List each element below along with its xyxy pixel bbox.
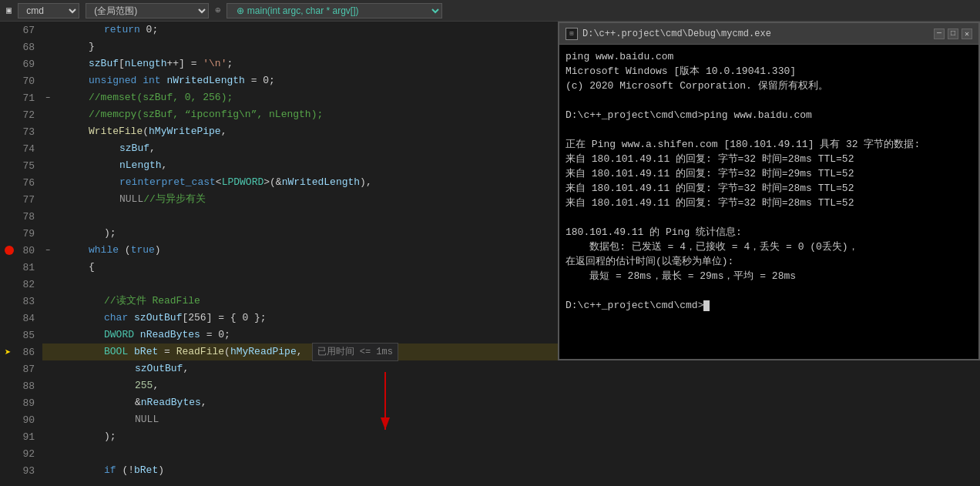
line-number: 85 (0, 327, 42, 344)
line-number-text: 69 (22, 59, 35, 70)
fold-button (42, 462, 53, 479)
cmd-titlebar: ⊞ D:\c++.project\cmd\Debug\mycmd.exe ─ □… (559, 23, 978, 45)
line-number-text: 75 (22, 160, 35, 172)
line-number-text: 77 (22, 194, 35, 206)
toolbar-file-dropdown[interactable]: cmd (18, 3, 79, 18)
line-number-text: 92 (22, 448, 35, 460)
code-content[interactable] (53, 445, 980, 462)
cmd-output-line: 来自 180.101.49.11 的回复: 字节=32 时间=28ms TTL=… (566, 196, 972, 210)
cmd-close-button[interactable]: ✕ (962, 28, 972, 39)
line-number: 76 (0, 174, 42, 191)
token-plain: & (276, 174, 282, 191)
fold-button (42, 140, 53, 157)
code-line: 93if (!bRet) (0, 462, 980, 479)
line-number-text: 81 (22, 262, 35, 273)
cmd-maximize-button[interactable]: □ (948, 28, 958, 39)
token-plain: 0; (140, 22, 158, 39)
inline-tooltip: 已用时间 <= 1ms (312, 343, 398, 361)
code-content[interactable]: NULL (53, 411, 980, 428)
token-str: '\n' (203, 55, 227, 72)
toolbar-func-dropdown[interactable]: ⊕ main(int argc, char * argv[]) (227, 3, 442, 18)
line-number: 71 (0, 89, 42, 106)
cmd-minimize-button[interactable]: ─ (934, 28, 945, 39)
token-type: LPDWORD (222, 174, 264, 191)
line-number-text: 91 (22, 431, 35, 443)
token-comment: //memset(szBuf, 0, 256); (89, 89, 233, 106)
token-plain: , (297, 344, 303, 360)
toolbar-file-icon: ▣ (6, 5, 12, 16)
code-content[interactable]: &nReadBytes, (53, 394, 980, 411)
fold-button (42, 276, 53, 293)
token-plain: ), (360, 174, 372, 191)
cmd-output-line (566, 93, 972, 108)
token-plain (128, 310, 134, 327)
line-number: 81 (0, 259, 42, 276)
fold-button (42, 411, 53, 428)
breakpoint-indicator[interactable] (5, 246, 14, 255)
line-number: 68 (0, 39, 42, 55)
token-kw: return (104, 22, 140, 39)
token-plain: , (153, 377, 159, 394)
toolbar: ▣ cmd (全局范围) ⊕ ⊕ main(int argc, char * a… (0, 0, 980, 22)
cmd-output-line (566, 210, 972, 225)
token-plain: [256] = { 0 }; (182, 310, 266, 327)
cmd-window: ⊞ D:\c++.project\cmd\Debug\mycmd.exe ─ □… (558, 22, 980, 360)
token-plain: (! (116, 462, 134, 479)
line-number: 69 (0, 55, 42, 72)
fold-button[interactable]: − (42, 89, 53, 106)
token-var: hMyWritePipe (149, 123, 221, 140)
code-line: 90NULL (0, 411, 980, 428)
line-number: 90 (0, 411, 42, 428)
line-number: 80 (0, 242, 42, 259)
line-number: 72 (0, 106, 42, 123)
token-num: 255 (135, 377, 153, 394)
line-number-text: 80 (22, 245, 35, 256)
code-content[interactable]: szOutBuf, (53, 360, 980, 377)
token-plain: , (149, 140, 156, 157)
cmd-cursor (703, 300, 710, 311)
token-type: BOOL (104, 344, 128, 360)
fold-button[interactable]: − (42, 242, 53, 259)
toolbar-divider: ⊕ (215, 5, 220, 16)
token-var: nLength (119, 157, 162, 174)
token-plain: ); (104, 428, 116, 445)
line-number-text: 89 (22, 397, 35, 409)
main-area: 67return 0;68}69szBuf[nLength++] = '\n';… (0, 22, 980, 486)
cmd-output-line: 在返回程的估计时间(以毫秒为单位): (566, 254, 972, 269)
code-content[interactable]: 255, (53, 377, 980, 394)
token-plain: ) (158, 462, 164, 479)
cmd-output-line (566, 122, 972, 137)
token-yellow-func: WriteFile (89, 123, 143, 140)
token-comment: //与异步有关 (143, 191, 206, 208)
line-number: 75 (0, 157, 42, 174)
cmd-output-line: 来自 180.101.49.11 的回复: 字节=32 时间=28ms TTL=… (566, 152, 972, 166)
code-content[interactable]: ); (53, 428, 980, 445)
cmd-output-line: ping www.baidu.com (566, 49, 972, 64)
token-kw: true (131, 242, 155, 259)
line-number-text: 86 (22, 347, 35, 358)
code-line: 92 (0, 445, 980, 462)
token-macro: NULL (135, 411, 159, 428)
line-number: 70 (0, 72, 42, 89)
cmd-title-text: D:\c++.project\cmd\Debug\mycmd.exe (582, 28, 929, 39)
token-plain: >( (263, 174, 276, 191)
cmd-output-line (566, 283, 972, 298)
code-content[interactable]: if (!bRet) (53, 462, 980, 479)
fold-button (42, 208, 53, 225)
cmd-icon: ⊞ (566, 28, 578, 40)
line-number: 73 (0, 123, 42, 140)
line-number: 84 (0, 310, 42, 327)
fold-button (42, 377, 53, 394)
line-number: 79 (0, 225, 42, 242)
fold-button (42, 428, 53, 445)
line-number: 92 (0, 445, 42, 462)
token-plain: { (89, 259, 95, 276)
line-number: 91 (0, 428, 42, 445)
token-type: DWORD (104, 327, 134, 344)
toolbar-scope-dropdown[interactable]: (全局范围) (86, 3, 209, 18)
line-number-text: 71 (22, 92, 35, 104)
fold-button (42, 174, 53, 191)
fold-button (42, 344, 53, 360)
line-number-text: 90 (22, 414, 35, 426)
token-kw: while (89, 242, 119, 259)
